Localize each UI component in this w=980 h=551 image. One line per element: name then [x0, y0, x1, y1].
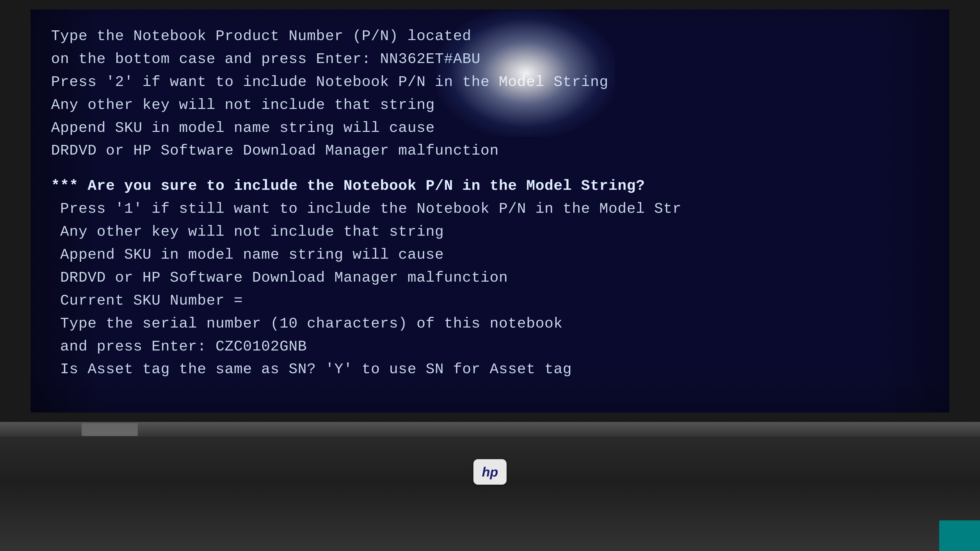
bottom-right-accent — [939, 520, 980, 551]
terminal-line-line4: Any other key will not include that stri… — [51, 94, 929, 117]
terminal-line-line6: DRDVD or HP Software Download Manager ma… — [51, 139, 929, 162]
terminal-line-line12: Current SKU Number = — [51, 289, 929, 312]
terminal-line-line3: Press '2' if want to include Notebook P/… — [51, 71, 929, 94]
terminal-line-line15: Is Asset tag the same as SN? 'Y' to use … — [51, 358, 929, 381]
screen: Type the Notebook Product Number (P/N) l… — [30, 10, 950, 413]
terminal-spacer — [51, 162, 929, 175]
screen-bezel: Type the Notebook Product Number (P/N) l… — [0, 0, 980, 422]
terminal-line-line10: Append SKU in model name string will cau… — [51, 243, 929, 266]
hp-logo-badge: hp — [473, 459, 507, 485]
terminal-line-line8: Press '1' if still want to include the N… — [51, 197, 929, 221]
terminal-line-line11: DRDVD or HP Software Download Manager ma… — [51, 266, 929, 289]
hinge-bracket-left — [82, 423, 138, 436]
hinge-area — [0, 422, 980, 437]
terminal-line-line7: *** Are you sure to include the Notebook… — [51, 175, 929, 197]
terminal-line-line14: and press Enter: CZC0102GNB — [51, 335, 929, 358]
terminal-output: Type the Notebook Product Number (P/N) l… — [30, 10, 950, 396]
terminal-line-line5: Append SKU in model name string will cau… — [51, 117, 929, 140]
terminal-line-line13: Type the serial number (10 characters) o… — [51, 312, 929, 335]
terminal-line-line2: on the bottom case and press Enter: NN36… — [51, 48, 929, 71]
laptop-bottom: hp — [0, 437, 980, 551]
terminal-line-line9: Any other key will not include that stri… — [51, 221, 929, 243]
terminal-line-line1: Type the Notebook Product Number (P/N) l… — [51, 25, 929, 48]
hp-logo-text: hp — [482, 464, 498, 480]
laptop-outer: Type the Notebook Product Number (P/N) l… — [0, 0, 980, 551]
